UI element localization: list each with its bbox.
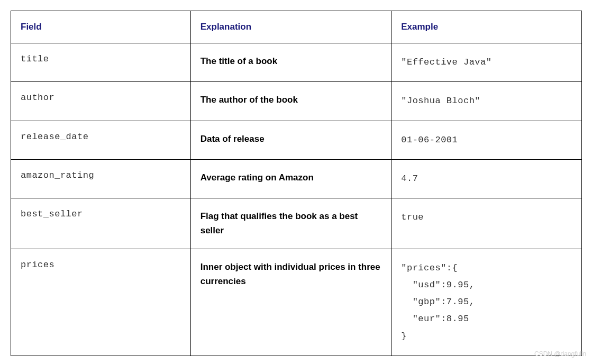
field-explanation: Average rating on Amazon (190, 159, 391, 198)
table-row: amazon_rating Average rating on Amazon 4… (11, 159, 582, 198)
field-example: "Joshua Bloch" (391, 82, 582, 121)
field-name: release_date (11, 121, 191, 159)
field-name: prices (11, 249, 191, 356)
field-example: 4.7 (391, 159, 582, 198)
field-example: "Effective Java" (391, 43, 582, 82)
table-row: prices Inner object with individual pric… (11, 249, 582, 356)
field-explanation: The author of the book (190, 82, 391, 121)
field-example: true (391, 198, 582, 249)
field-name: best_seller (11, 198, 191, 249)
watermark: CSDN @dangfulin (534, 350, 586, 358)
field-example: 01-06-2001 (391, 121, 582, 159)
field-explanation: Data of release (190, 121, 391, 159)
table-row: author The author of the book "Joshua Bl… (11, 82, 582, 121)
field-name: amazon_rating (11, 159, 191, 198)
field-name: title (11, 43, 191, 82)
field-explanation: The title of a book (190, 43, 391, 82)
field-explanation: Inner object with individual prices in t… (190, 249, 391, 356)
field-explanation: Flag that qualifies the book as a best s… (190, 198, 391, 249)
table-row: best_seller Flag that qualifies the book… (11, 198, 582, 249)
header-explanation: Explanation (190, 11, 391, 43)
field-name: author (11, 82, 191, 121)
table-header-row: Field Explanation Example (11, 11, 582, 43)
table-row: release_date Data of release 01-06-2001 (11, 121, 582, 159)
fields-table: Field Explanation Example title The titl… (11, 11, 582, 356)
header-example: Example (391, 11, 582, 43)
header-field: Field (11, 11, 191, 43)
table-row: title The title of a book "Effective Jav… (11, 43, 582, 82)
field-example: "prices":{ "usd":9.95, "gbp":7.95, "eur"… (391, 249, 582, 356)
